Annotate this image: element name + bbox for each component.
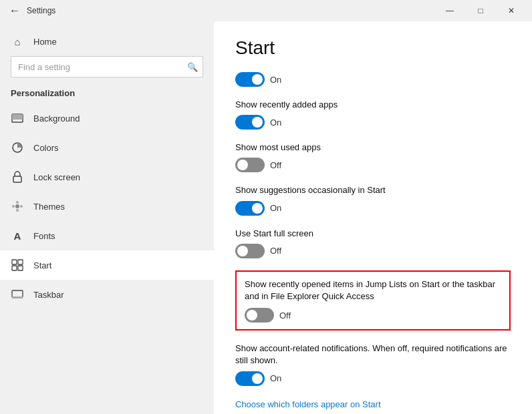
toggle-label-suggestions: On [270, 203, 281, 213]
label-most-used-apps: Show most used apps [235, 142, 511, 154]
toggle-label-recently-opened: Off [279, 310, 291, 321]
colors-icon [11, 141, 24, 154]
toggle-row-show-more-tiles: On [235, 72, 511, 87]
title-bar-title: Settings [27, 6, 55, 15]
sidebar-nav: Background Colors [0, 104, 214, 414]
sidebar-home-label: Home [33, 37, 57, 47]
sidebar-item-start[interactable]: Start [0, 250, 214, 280]
maximize-button[interactable]: □ [465, 0, 496, 21]
sidebar-category-label: Personalization [0, 85, 214, 104]
sidebar-item-home[interactable]: ⌂ Home [0, 27, 214, 56]
toggle-most-used-apps[interactable] [235, 158, 265, 172]
fonts-icon: A [11, 229, 24, 242]
toggle-row-account-notifications: On [235, 371, 511, 386]
themes-label: Themes [33, 202, 65, 212]
toggle-knob [252, 74, 263, 85]
svg-rect-3 [13, 176, 21, 182]
back-button[interactable]: ← [5, 1, 24, 20]
svg-point-7 [16, 209, 19, 212]
toggle-knob [252, 117, 263, 128]
taskbar-icon [11, 288, 24, 301]
setting-full-screen: Use Start full screen Off [235, 228, 511, 258]
toggle-show-more-tiles[interactable] [235, 72, 265, 87]
svg-point-6 [20, 205, 23, 208]
colors-label: Colors [33, 143, 59, 153]
toggle-knob [247, 310, 257, 321]
toggle-row-suggestions: On [235, 201, 511, 216]
choose-folders-link[interactable]: Choose which folders appear on Start [235, 399, 381, 409]
lock-icon [11, 170, 24, 184]
toggle-row-recently-added-apps: On [235, 115, 511, 130]
close-button[interactable]: ✕ [496, 0, 527, 21]
svg-rect-10 [18, 260, 23, 264]
svg-point-5 [16, 201, 19, 204]
svg-rect-13 [12, 290, 23, 297]
svg-rect-1 [12, 114, 23, 120]
svg-point-8 [12, 205, 15, 208]
background-label: Background [33, 114, 80, 124]
background-icon [11, 112, 24, 125]
search-icon: 🔍 [187, 62, 198, 72]
sidebar: ⌂ Home 🔍 Personalization Background [0, 21, 214, 414]
sidebar-item-background[interactable]: Background [0, 104, 214, 133]
label-recently-opened-items: Show recently opened items in Jump Lists… [245, 278, 501, 302]
toggle-label-show-more-tiles: On [270, 75, 281, 85]
minimize-button[interactable]: — [434, 0, 465, 21]
toggle-knob [252, 373, 263, 384]
label-suggestions-in-start: Show suggestions occasionally in Start [235, 184, 511, 196]
start-label: Start [33, 260, 51, 270]
toggle-row-most-used-apps: Off [235, 158, 511, 172]
title-bar: ← Settings — □ ✕ [0, 0, 532, 21]
page-title: Start [235, 37, 511, 59]
svg-point-4 [15, 204, 19, 208]
toggle-knob [237, 160, 248, 170]
sidebar-item-fonts[interactable]: A Fonts [0, 221, 214, 250]
lock-screen-label: Lock screen [33, 172, 80, 182]
toggle-suggestions[interactable] [235, 201, 265, 216]
setting-account-notifications: Show account-related notifications. When… [235, 343, 511, 385]
setting-recently-opened-items-box: Show recently opened items in Jump Lists… [235, 270, 511, 331]
toggle-row-full-screen: Off [235, 244, 511, 258]
toggle-label-recently-added-apps: On [270, 118, 281, 128]
toggle-recently-opened[interactable] [245, 308, 274, 323]
toggle-label-full-screen: Off [270, 246, 281, 256]
toggle-label-account-notifications: On [270, 373, 281, 383]
themes-icon [11, 200, 24, 213]
label-full-screen: Use Start full screen [235, 228, 511, 240]
label-account-notifications: Show account-related notifications. When… [235, 343, 511, 367]
search-input[interactable] [11, 56, 203, 77]
svg-rect-9 [12, 260, 17, 264]
toggle-label-most-used-apps: Off [270, 160, 281, 170]
svg-rect-11 [12, 266, 17, 270]
toggle-account-notifications[interactable] [235, 371, 265, 386]
sidebar-search-container: 🔍 [11, 56, 203, 77]
content-area: Start On Show recently added apps On Sho… [214, 21, 532, 414]
sidebar-item-lock-screen[interactable]: Lock screen [0, 162, 214, 192]
label-recently-added-apps: Show recently added apps [235, 99, 511, 111]
toggle-row-recently-opened: Off [245, 308, 501, 323]
svg-rect-12 [18, 266, 23, 270]
toggle-knob [237, 246, 248, 256]
svg-rect-14 [12, 296, 23, 298]
toggle-full-screen[interactable] [235, 244, 265, 258]
sidebar-item-taskbar[interactable]: Taskbar [0, 280, 214, 309]
setting-show-more-tiles: On [235, 72, 511, 87]
taskbar-label: Taskbar [33, 290, 64, 300]
setting-recently-added-apps: Show recently added apps On [235, 99, 511, 130]
app-body: ⌂ Home 🔍 Personalization Background [0, 21, 532, 414]
home-icon: ⌂ [11, 35, 24, 48]
setting-most-used-apps: Show most used apps Off [235, 142, 511, 172]
toggle-recently-added-apps[interactable] [235, 115, 265, 130]
fonts-label: Fonts [33, 231, 55, 241]
sidebar-item-colors[interactable]: Colors [0, 133, 214, 162]
sidebar-item-themes[interactable]: Themes [0, 192, 214, 221]
setting-suggestions-in-start: Show suggestions occasionally in Start O… [235, 184, 511, 215]
start-icon [11, 258, 24, 272]
window-controls: — □ ✕ [434, 0, 527, 21]
toggle-knob [252, 203, 263, 214]
